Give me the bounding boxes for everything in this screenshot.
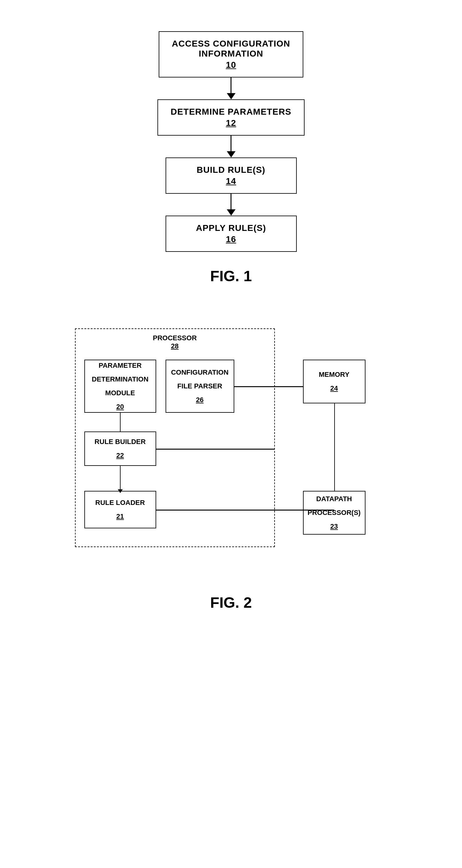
box-12: DETERMINE PARAMETERS 12: [157, 99, 305, 135]
box-14: BUILD RULE(S) 14: [165, 157, 297, 194]
fig1-label: FIG. 1: [210, 268, 252, 285]
box-16: APPLY RULE(S) 16: [165, 216, 297, 252]
arrow-1: [227, 78, 236, 99]
datapath-box: DATAPATH PROCESSOR(S) 23: [303, 491, 366, 535]
line-down-to-rulebuilder: [120, 413, 121, 432]
arrowhead-1: [227, 93, 236, 99]
line-config-to-right: [234, 386, 275, 387]
processor-label: PROCESSOR 28: [75, 334, 275, 350]
fig2-label: FIG. 2: [210, 594, 252, 611]
box-16-ref: 16: [179, 234, 284, 244]
line-processor-to-memory: [275, 386, 303, 387]
arrowhead-2: [227, 151, 236, 157]
config-parser-box: CONFIGURATION FILE PARSER 26: [165, 360, 234, 413]
line-memory-to-datapath-v: [334, 403, 335, 491]
arrowhead-rulebuilder: [118, 489, 123, 493]
box-16-line1: APPLY RULE(S): [196, 223, 266, 233]
arrow-line-3: [230, 194, 232, 209]
rule-loader-box: RULE LOADER 21: [84, 491, 156, 528]
fig2-diagram: PROCESSOR 28 PARAMETER DETERMINATION MOD…: [75, 329, 387, 578]
box-12-ref: 12: [171, 118, 291, 128]
box-10-line2: INFORMATION: [199, 49, 263, 58]
box-10-ref: 10: [172, 60, 290, 70]
rule-builder-box: RULE BUILDER 22: [84, 432, 156, 466]
arrow-2: [227, 135, 236, 157]
fig1-section: ACCESS CONFIGURATION INFORMATION 10 DETE…: [25, 19, 437, 285]
fig2-section: PROCESSOR 28 PARAMETER DETERMINATION MOD…: [25, 329, 437, 611]
line-rulebuilder-to-ruleloader: [120, 466, 121, 491]
box-10: ACCESS CONFIGURATION INFORMATION 10: [159, 31, 303, 78]
box-12-line1: DETERMINE PARAMETERS: [171, 107, 291, 117]
arrow-3: [227, 194, 236, 216]
line-ruleloader-right: [156, 509, 334, 510]
box-14-ref: 14: [179, 176, 284, 186]
memory-box: MEMORY 24: [303, 360, 366, 403]
arrow-line-1: [230, 78, 232, 93]
line-rulebuilder-right: [156, 449, 275, 450]
param-module-box: PARAMETER DETERMINATION MODULE 20: [84, 360, 156, 413]
arrow-line-2: [230, 135, 232, 151]
arrowhead-3: [227, 209, 236, 216]
flowchart: ACCESS CONFIGURATION INFORMATION 10 DETE…: [157, 31, 305, 252]
page: ACCESS CONFIGURATION INFORMATION 10 DETE…: [0, 0, 462, 868]
box-10-line1: ACCESS CONFIGURATION: [172, 39, 290, 49]
box-14-line1: BUILD RULE(S): [197, 165, 266, 175]
